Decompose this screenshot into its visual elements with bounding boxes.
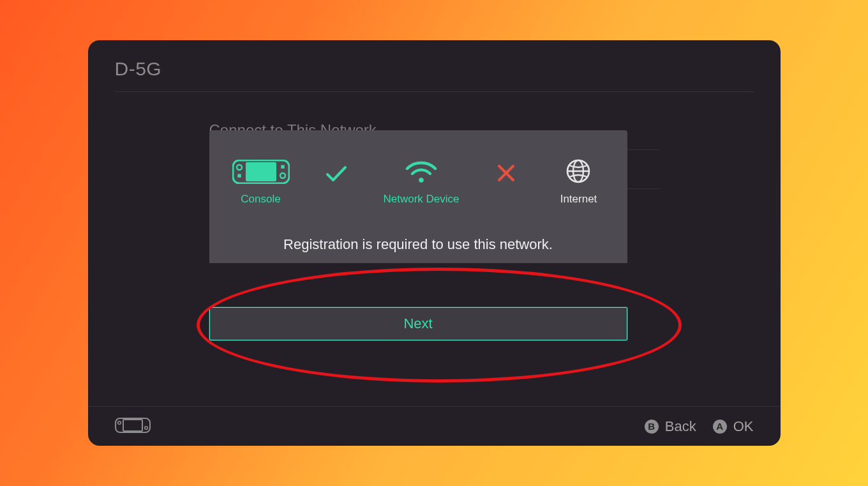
network-device-label: Network Device xyxy=(383,193,459,206)
check-icon xyxy=(326,165,347,183)
switch-console-icon xyxy=(232,160,290,184)
svg-rect-10 xyxy=(116,418,150,432)
console-screen: D-5G Connect to This Network C C Console xyxy=(88,40,781,446)
wifi-icon xyxy=(405,161,438,184)
svg-point-6 xyxy=(419,178,424,183)
globe-icon xyxy=(565,158,591,184)
back-hint[interactable]: B Back xyxy=(645,418,696,435)
back-label: Back xyxy=(665,418,696,435)
console-node: Console xyxy=(232,160,290,206)
controller-icon xyxy=(115,418,151,437)
network-ssid: D-5G xyxy=(115,58,754,80)
ok-label: OK xyxy=(733,418,754,435)
link-internet-fail xyxy=(493,163,519,183)
ok-hint[interactable]: A OK xyxy=(713,418,754,435)
status-row: Console Network Device xyxy=(228,158,608,206)
svg-rect-5 xyxy=(281,165,284,169)
network-device-node: Network Device xyxy=(383,161,459,206)
svg-point-13 xyxy=(144,427,147,430)
next-button[interactable]: Next xyxy=(209,307,627,340)
b-button-icon: B xyxy=(645,420,659,434)
svg-point-2 xyxy=(237,165,242,170)
svg-rect-4 xyxy=(237,174,241,178)
console-label: Console xyxy=(241,193,280,206)
footer: B Back A OK xyxy=(88,406,781,446)
body: Connect to This Network C C Console xyxy=(88,92,781,446)
link-console-ok xyxy=(324,165,349,183)
svg-point-3 xyxy=(280,173,285,178)
modal-message: Registration is required to use this net… xyxy=(228,236,608,253)
svg-point-12 xyxy=(117,421,121,425)
next-button-label: Next xyxy=(403,315,432,332)
internet-node: Internet xyxy=(553,158,604,206)
svg-rect-11 xyxy=(123,420,142,431)
connection-status-modal: Console Network Device xyxy=(209,130,627,263)
a-button-icon: A xyxy=(713,420,727,434)
svg-rect-1 xyxy=(246,162,276,181)
header: D-5G xyxy=(88,40,781,86)
internet-label: Internet xyxy=(560,193,597,206)
x-icon xyxy=(497,163,516,183)
